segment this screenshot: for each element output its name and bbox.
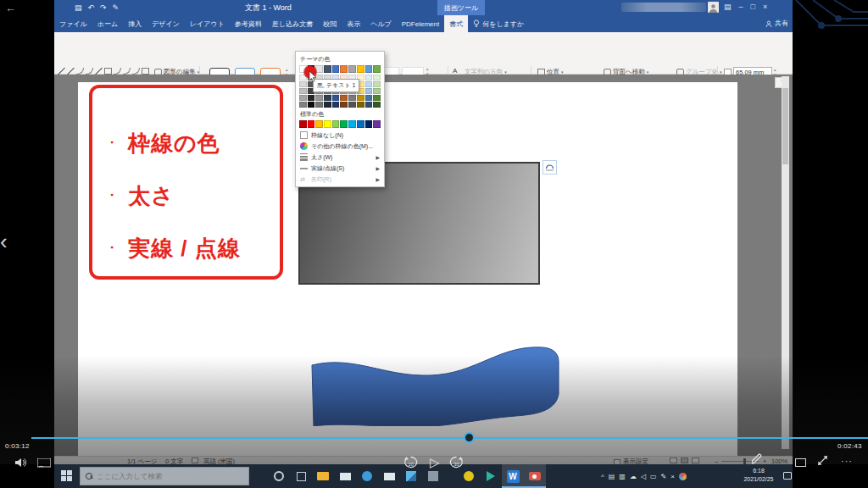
volume-icon[interactable]: [15, 458, 27, 468]
tab-5[interactable]: 参考資料: [230, 15, 267, 32]
layout-options-button[interactable]: [542, 160, 557, 175]
theme-color-swatch-5[interactable]: [340, 65, 348, 73]
theme-color-variant[interactable]: [365, 75, 373, 80]
tab-4[interactable]: レイアウト: [185, 15, 230, 32]
proofing-icon[interactable]: [192, 458, 198, 463]
shape-icon-line[interactable]: [67, 68, 75, 75]
theme-color-variant[interactable]: [373, 95, 381, 101]
theme-color-variant[interactable]: [315, 102, 323, 108]
tray-onedrive-icon[interactable]: ☁: [630, 473, 637, 480]
theme-color-variant[interactable]: [357, 102, 364, 108]
tab-9[interactable]: ヘルプ: [365, 15, 397, 32]
start-button[interactable]: [61, 470, 73, 482]
tray-display-icon[interactable]: ▭: [650, 473, 657, 480]
taskbar-app-mail[interactable]: [378, 464, 400, 488]
theme-color-swatch-7[interactable]: [357, 65, 364, 73]
theme-color-variant[interactable]: [299, 88, 307, 94]
standard-color-swatch-1[interactable]: [308, 120, 315, 128]
quick-access-icon-1[interactable]: ↶: [88, 3, 95, 13]
play-button[interactable]: ▷: [430, 456, 440, 469]
theme-color-swatch-6[interactable]: [348, 65, 356, 73]
tab-10[interactable]: PDFelement: [397, 15, 444, 32]
theme-color-variant[interactable]: [332, 102, 340, 108]
theme-color-variant[interactable]: [365, 81, 373, 87]
tab-3[interactable]: デザイン: [147, 15, 185, 32]
theme-color-variant[interactable]: [299, 81, 307, 87]
tab-0[interactable]: ファイル: [54, 15, 92, 32]
tab-11[interactable]: 書式: [444, 15, 468, 32]
quick-access-icon-3[interactable]: ✎: [113, 3, 120, 13]
standard-color-swatch-8[interactable]: [365, 120, 373, 128]
quick-access-icon-0[interactable]: ▤: [75, 3, 82, 13]
shape-icon-curve[interactable]: [114, 68, 121, 75]
taskbar-app-task-view[interactable]: [290, 464, 312, 488]
drawing-tools-context-tab[interactable]: 描画ツール: [437, 0, 485, 15]
tell-me-box[interactable]: 何をしますか: [468, 15, 529, 32]
fit-screen-icon[interactable]: [795, 458, 806, 467]
taskbar-app-file-explorer[interactable]: [312, 464, 334, 488]
theme-color-variant[interactable]: [365, 88, 373, 94]
theme-color-variant[interactable]: [357, 95, 364, 101]
tab-7[interactable]: 校閲: [318, 15, 342, 32]
tab-8[interactable]: 表示: [342, 15, 365, 32]
theme-color-variant[interactable]: [348, 102, 356, 108]
scrollbar-thumb[interactable]: [782, 88, 788, 164]
theme-color-variant[interactable]: [308, 102, 315, 108]
shape-icon-curve[interactable]: [123, 68, 131, 75]
tray-volume-icon[interactable]: ◁: [641, 473, 646, 480]
tray-tray-app-2-icon[interactable]: ▥: [619, 473, 626, 480]
taskbar-app-cortana[interactable]: [268, 464, 290, 488]
standard-color-swatch-6[interactable]: [348, 120, 356, 128]
more-options-icon[interactable]: ···: [841, 456, 853, 466]
theme-color-variant[interactable]: [308, 95, 315, 101]
restore-icon[interactable]: □: [751, 2, 755, 13]
theme-color-variant[interactable]: [365, 95, 373, 101]
tab-2[interactable]: 挿入: [123, 15, 147, 32]
menu-item-dashes[interactable]: 実線/点線(S)▶: [299, 163, 381, 174]
taskbar-app-word[interactable]: W: [502, 464, 524, 488]
tray-color-ball-icon[interactable]: [679, 473, 687, 480]
theme-color-variant[interactable]: [340, 95, 348, 101]
tray-pen-icon[interactable]: ✎: [661, 473, 667, 480]
taskbar-app-store[interactable]: [334, 464, 356, 488]
theme-color-variant[interactable]: [348, 95, 356, 101]
read-mode-view-button[interactable]: [670, 458, 677, 463]
theme-color-variant[interactable]: [299, 95, 307, 101]
standard-color-swatch-0[interactable]: [299, 120, 307, 128]
menu-item-color-wheel[interactable]: その他の枠線の色(M)...: [299, 141, 381, 152]
taskbar-clock[interactable]: 6:18 2021/02/25: [739, 467, 778, 484]
search-input[interactable]: [97, 472, 232, 480]
taskbar-search[interactable]: [80, 467, 249, 485]
minimize-icon[interactable]: –: [739, 2, 743, 13]
action-center-icon[interactable]: [783, 472, 792, 480]
theme-color-swatch-4[interactable]: [332, 65, 340, 73]
blue-wave-shape[interactable]: [303, 341, 568, 426]
quick-access-icon-2[interactable]: ↷: [100, 3, 107, 13]
taskbar-app-media-app[interactable]: [480, 464, 502, 488]
standard-color-swatch-9[interactable]: [373, 120, 381, 128]
forward-30-button[interactable]: 30: [449, 456, 464, 469]
back-arrow-icon[interactable]: ←: [5, 2, 16, 14]
close-icon[interactable]: ×: [763, 2, 767, 13]
standard-color-swatch-4[interactable]: [332, 120, 340, 128]
theme-color-swatch-8[interactable]: [365, 65, 373, 73]
theme-color-variant[interactable]: [340, 102, 348, 108]
tray-close-tray-icon[interactable]: ×: [670, 473, 675, 480]
standard-color-swatch-7[interactable]: [357, 120, 364, 128]
theme-color-variant[interactable]: [373, 81, 381, 87]
theme-color-swatch-3[interactable]: [324, 65, 331, 73]
previous-chevron-icon[interactable]: ‹: [0, 230, 8, 252]
rewind-10-button[interactable]: 10: [403, 456, 418, 469]
menu-item-no-outline[interactable]: 枠線なし(N): [299, 130, 381, 141]
shape-icon-curve[interactable]: [76, 68, 84, 75]
shape-icon-line[interactable]: [58, 68, 65, 75]
theme-color-variant[interactable]: [299, 102, 307, 108]
theme-color-variant[interactable]: [365, 102, 373, 108]
ribbon-options-icon[interactable]: ▤: [724, 2, 732, 13]
edit-pencil-icon[interactable]: [751, 453, 763, 465]
vertical-scrollbar[interactable]: [782, 76, 789, 449]
video-progress-bar[interactable]: [31, 437, 868, 439]
standard-color-swatch-3[interactable]: [324, 120, 331, 128]
standard-color-swatch-5[interactable]: [340, 120, 348, 128]
theme-color-variant[interactable]: [315, 95, 323, 101]
